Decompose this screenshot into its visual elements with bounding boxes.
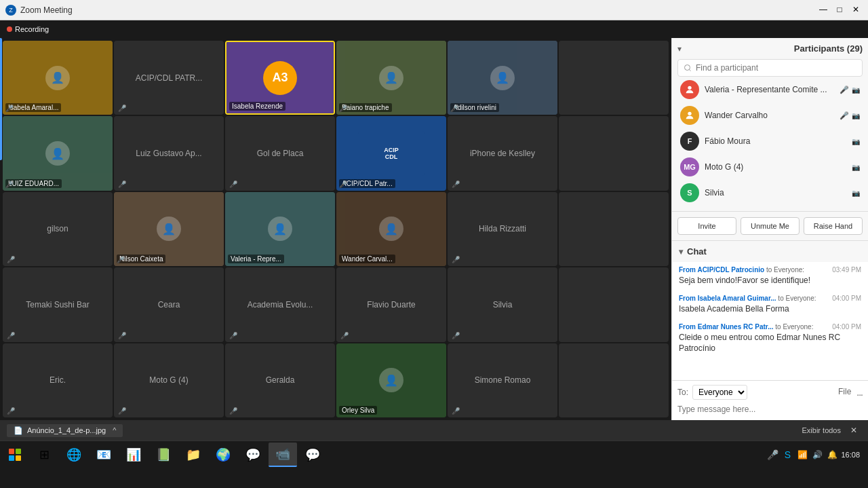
- edge-icon[interactable]: 🌐: [60, 443, 88, 467]
- mute-indicator: 🎤: [7, 407, 15, 415]
- video-cell-7[interactable]: 👤 LUIZ EDUARD...🎤: [3, 116, 113, 190]
- video-cell-18[interactable]: [559, 192, 669, 266]
- video-cell-15[interactable]: 👤 Valeria - Repre...: [225, 192, 335, 266]
- mute-indicator: 🎤: [450, 105, 458, 112]
- video-cell-24[interactable]: [559, 267, 669, 341]
- participants-section: ▾ Participants (29) Valeria - Representa…: [672, 38, 868, 212]
- powerpoint-icon[interactable]: 📊: [119, 443, 148, 467]
- video-cell-10[interactable]: ACIPCDL ACIP/CDL Patr...🎤: [336, 116, 446, 190]
- zoom-icon[interactable]: 📹: [269, 443, 297, 467]
- mute-icon: 🎤: [840, 111, 849, 120]
- close-notification-button[interactable]: ✕: [850, 426, 857, 435]
- mute-indicator: 🎤: [452, 256, 460, 263]
- chat-to-select[interactable]: Everyone: [692, 385, 747, 400]
- video-cell-name: Wander Carval...: [339, 255, 395, 263]
- minimize-button[interactable]: —: [816, 3, 830, 16]
- participant-name-label: Gol de Placa: [254, 146, 307, 161]
- video-cell-4[interactable]: 👤 Baiano trapiche🎤: [336, 41, 446, 115]
- app-icon: Z: [5, 5, 16, 16]
- video-cell-11[interactable]: iPhone de Keslley🎤: [448, 116, 557, 190]
- mute-indicator: 🎤: [340, 332, 349, 339]
- participant-name-label: Temaki Sushi Bar: [23, 297, 92, 312]
- more-options-icon[interactable]: ...: [856, 387, 863, 398]
- chat-collapse-arrow[interactable]: ▾: [679, 247, 683, 257]
- unmute-me-button[interactable]: Unmute Me: [741, 217, 800, 235]
- folder-icon[interactable]: 📁: [179, 443, 208, 467]
- video-cell-2[interactable]: ACIP/CDL PATR...🎤: [114, 41, 224, 115]
- video-cell-6[interactable]: [559, 41, 669, 115]
- start-button[interactable]: [3, 443, 27, 467]
- chat-toolbar-icons: File ...: [838, 387, 863, 398]
- outlook-icon[interactable]: 📧: [90, 443, 118, 467]
- video-cell-14[interactable]: 👤 Nilson Caixeta🎤: [114, 192, 224, 266]
- teams-icon[interactable]: 💬: [239, 443, 267, 467]
- participant-avatar: [680, 106, 699, 125]
- video-cell-1[interactable]: 👤 Isabela Amaral...🎤: [3, 41, 113, 115]
- mute-indicator: 🎤: [7, 256, 15, 263]
- participant-avatar: MG: [680, 157, 699, 176]
- participant-list-item[interactable]: MGMoto G (4)📷: [677, 154, 863, 180]
- mute-indicator: 🎤: [452, 181, 460, 188]
- video-cell-28[interactable]: 👤 Orley Silva: [336, 343, 446, 417]
- chrome-icon[interactable]: 🌍: [209, 443, 237, 467]
- participant-search-input[interactable]: [677, 59, 863, 77]
- mute-indicator: 🎤: [452, 332, 460, 339]
- close-button[interactable]: ✕: [849, 3, 863, 16]
- participant-list-item[interactable]: Wander Carvalho🎤📷: [677, 102, 863, 128]
- video-cell-21[interactable]: Academia Evolu...🎤: [225, 267, 335, 341]
- notification-file: 📄 Anúncio_1_4_de-p...jpg ^: [7, 424, 123, 437]
- mute-indicator: 🎤: [5, 105, 14, 112]
- video-cell-30[interactable]: [559, 343, 669, 417]
- video-cell-29[interactable]: Simone Romao🎤: [448, 343, 557, 417]
- file-icon: 📄: [14, 426, 23, 435]
- participant-avatar: [680, 80, 699, 99]
- exibir-todos-button[interactable]: Exibir todos: [802, 426, 841, 434]
- video-cell-12[interactable]: [559, 116, 669, 190]
- participant-list-item[interactable]: FFábio Moura📷: [677, 128, 863, 154]
- tray-volume-icon[interactable]: 🔊: [811, 449, 823, 461]
- chat-header[interactable]: ▾ Chat: [672, 241, 868, 262]
- file-icon[interactable]: File: [838, 387, 851, 398]
- video-cell-5[interactable]: 👤 Adilson rivelini🎤: [448, 41, 557, 115]
- tray-mic-icon[interactable]: 🎤: [766, 449, 778, 461]
- windows-icon[interactable]: ⊞: [30, 443, 58, 467]
- raise-hand-button[interactable]: Raise Hand: [804, 217, 863, 235]
- slack-icon[interactable]: 💬: [298, 443, 327, 467]
- participant-list-item[interactable]: SSilvia📷: [677, 180, 863, 206]
- video-off-icon: 📷: [852, 189, 860, 197]
- chat-time: 04:00 PM: [832, 323, 861, 331]
- action-buttons: Invite Unmute Me Raise Hand: [672, 212, 868, 241]
- mute-indicator: 🎤: [339, 181, 347, 188]
- participants-collapse-arrow[interactable]: ▾: [677, 44, 682, 54]
- video-cell-3[interactable]: A3 Isabela Rezende: [225, 41, 335, 115]
- video-cell-13[interactable]: gilson🎤: [3, 192, 113, 266]
- invite-button[interactable]: Invite: [677, 217, 736, 235]
- tray-network-icon[interactable]: 📶: [796, 449, 808, 461]
- video-off-icon: 📷: [852, 164, 860, 171]
- mute-indicator: 🎤: [118, 105, 126, 112]
- video-cell-17[interactable]: Hilda Rizzatti🎤: [448, 192, 557, 266]
- participant-list-item[interactable]: Valeria - Representante Comite ...🎤📷: [677, 77, 863, 102]
- video-cell-16[interactable]: 👤 Wander Carval...: [336, 192, 446, 266]
- video-cell-9[interactable]: Gol de Placa🎤: [225, 116, 335, 190]
- chat-text: Cleide o meu entrou como Edmar Nunes RC …: [679, 332, 861, 355]
- video-cell-23[interactable]: Silvia🎤: [448, 267, 557, 341]
- video-cell-20[interactable]: Ceara🎤: [114, 267, 224, 341]
- chat-text: Isabela Academia Bella Forma: [679, 303, 861, 315]
- video-cell-name: Isabela Rezende: [229, 102, 285, 111]
- video-cell-27[interactable]: Geralda🎤: [225, 343, 335, 417]
- video-cell-19[interactable]: Temaki Sushi Bar🎤: [3, 267, 113, 341]
- expand-notification-button[interactable]: ^: [113, 426, 116, 434]
- video-cell-8[interactable]: Luiz Gustavo Ap...🎤: [114, 116, 224, 190]
- notification-filename: Anúncio_1_4_de-p...jpg: [27, 426, 106, 434]
- excel-icon[interactable]: 📗: [149, 443, 178, 467]
- video-cell-26[interactable]: Moto G (4)🎤: [114, 343, 224, 417]
- participant-avatar: F: [680, 132, 699, 151]
- participant-name-label: Geralda: [263, 373, 298, 388]
- video-cell-22[interactable]: Flavio Duarte🎤: [336, 267, 446, 341]
- chat-message-input[interactable]: [677, 402, 863, 416]
- maximize-button[interactable]: □: [833, 3, 846, 16]
- tray-notification-icon[interactable]: 🔔: [826, 449, 838, 461]
- tray-skype-icon[interactable]: S: [781, 449, 793, 461]
- video-cell-25[interactable]: Eric.🎤: [3, 343, 113, 417]
